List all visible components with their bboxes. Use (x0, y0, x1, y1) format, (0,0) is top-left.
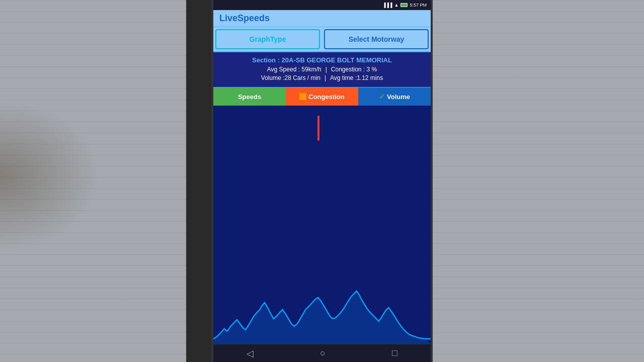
stats-row-1: Avg Speed : 59km/h | Congestion : 3 % (218, 66, 426, 73)
graph-type-buttons: Speeds Congestion ✓ Volume (213, 87, 431, 106)
congestion-button-label: Congestion (308, 93, 345, 101)
bottom-nav: ◁ ○ □ (213, 344, 431, 362)
status-bar: ▐▐▐ ▲ 5:57 PM (213, 0, 431, 10)
graph-type-button[interactable]: GraphType (215, 29, 320, 49)
signal-icon: ▐▐▐ (382, 3, 392, 8)
status-icons: ▐▐▐ ▲ 5:57 PM (382, 3, 427, 8)
checkmark-icon: ✓ (379, 93, 385, 101)
battery-icon (400, 3, 408, 7)
avg-time-stat: Avg time :1.12 mins (330, 74, 383, 81)
congestion-stat: Congestion : 3 % (331, 66, 377, 73)
recents-button[interactable]: □ (392, 348, 397, 358)
time-display: 5:57 PM (410, 3, 427, 8)
graph-area (213, 106, 431, 344)
volume-button[interactable]: ✓ Volume (358, 87, 431, 106)
avg-speed: Avg Speed : 59km/h (267, 66, 321, 73)
back-button[interactable]: ◁ (247, 348, 254, 359)
stats-row-2: Volume :28 Cars / min | Avg time :1.12 m… (218, 74, 426, 81)
wifi-icon: ▲ (394, 3, 399, 8)
speeds-button[interactable]: Speeds (213, 87, 286, 106)
volume-stat: Volume :28 Cars / min (261, 74, 320, 81)
nav-bar: GraphType Select Motorway (213, 27, 431, 52)
section-title: Section : 20A-SB GEORGE BOLT MEMORIAL (218, 56, 426, 64)
red-marker (317, 116, 319, 141)
phone-container: ▐▐▐ ▲ 5:57 PM LiveSpeeds GraphType Selec… (211, 0, 433, 362)
divider-1: | (326, 66, 327, 73)
orange-indicator (299, 93, 306, 100)
divider-2: | (325, 74, 326, 81)
volume-button-label: Volume (387, 93, 410, 101)
congestion-button[interactable]: Congestion (286, 87, 358, 106)
app-title: LiveSpeeds (219, 13, 270, 23)
speed-graph-wave (213, 253, 431, 344)
app-header: LiveSpeeds (213, 10, 431, 27)
select-motorway-button[interactable]: Select Motorway (324, 29, 429, 49)
home-button[interactable]: ○ (320, 348, 326, 358)
info-section: Section : 20A-SB GEORGE BOLT MEMORIAL Av… (213, 52, 431, 87)
